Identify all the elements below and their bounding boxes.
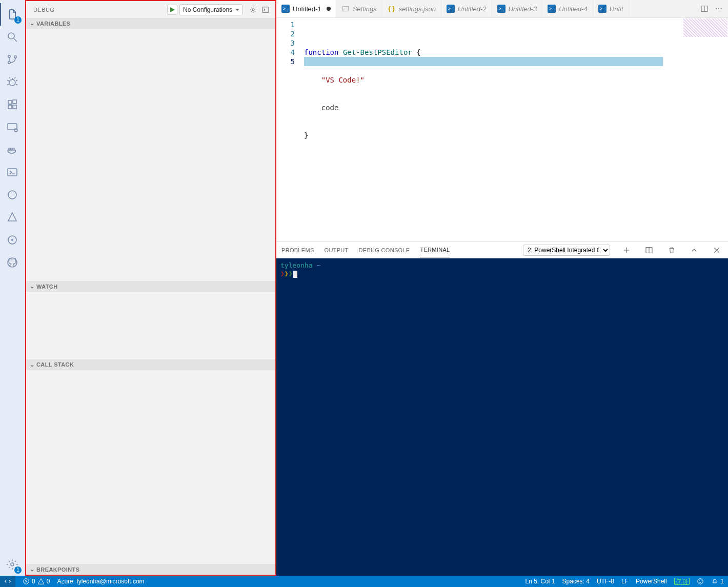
smiley-icon [697, 578, 704, 585]
activity-settings[interactable]: 1 [0, 553, 25, 576]
code-editor[interactable]: 1 2 3 4 5 function Get-BestPSEditor { "V… [276, 18, 728, 241]
powershell-file-icon: >_ [598, 5, 606, 13]
tab-untitled-5[interactable]: >_ Untit [593, 0, 629, 17]
activity-powershell[interactable] [0, 161, 25, 184]
svg-rect-12 [9, 148, 10, 150]
breakpoints-section-header[interactable]: ⌄BREAKPOINTS [26, 564, 275, 575]
ellipsis-icon [715, 5, 723, 13]
branch-icon [6, 53, 18, 66]
svg-rect-7 [8, 105, 12, 109]
dirty-dot-icon [327, 7, 331, 11]
azure-icon [6, 211, 18, 224]
panel-tab-output[interactable]: OUTPUT [325, 243, 349, 257]
new-terminal-button[interactable] [620, 244, 633, 256]
watch-section-body [26, 292, 275, 359]
editor-content[interactable]: function Get-BestPSEditor { "VS Code!" c… [304, 18, 728, 241]
status-errors[interactable]: 0 0 [23, 578, 50, 585]
svg-point-4 [14, 56, 16, 58]
activity-gitlens[interactable] [0, 229, 25, 251]
svg-point-34 [701, 580, 701, 581]
activity-remote[interactable] [0, 116, 25, 138]
close-icon [713, 246, 721, 254]
more-tabs-button[interactable] [713, 3, 725, 15]
status-ps-version[interactable]: {7.0} [674, 578, 690, 585]
svg-rect-22 [262, 7, 269, 12]
search-icon [6, 31, 18, 43]
panel-tab-terminal[interactable]: TERMINAL [420, 242, 450, 257]
tab-untitled-3[interactable]: >_ Untitled-3 [492, 0, 543, 17]
svg-point-0 [8, 33, 14, 39]
debug-title: DEBUG [33, 7, 167, 13]
debug-config-select[interactable]: No Configurations [179, 4, 242, 15]
status-bar: 0 0 Azure: tyleonha@microsoft.com Ln 5, … [0, 576, 728, 587]
status-notifications[interactable]: 1 [711, 578, 724, 585]
svg-point-3 [8, 62, 10, 64]
remote-icon [4, 578, 11, 585]
extensions-icon [6, 98, 18, 111]
panel-tab-problems[interactable]: PROBLEMS [281, 243, 314, 257]
debug-console-button[interactable] [260, 4, 271, 15]
panel-tab-debug-console[interactable]: DEBUG CONSOLE [359, 243, 410, 257]
terminal-select[interactable]: 2: PowerShell Integrated Con [523, 245, 610, 256]
json-file-icon: { } [388, 5, 396, 13]
remote-icon [6, 121, 18, 133]
activity-extensions[interactable] [0, 93, 25, 116]
callstack-section-header[interactable]: ⌄CALL STACK [26, 359, 275, 370]
activity-explorer[interactable]: 1 [0, 3, 25, 26]
callstack-section-body [26, 370, 275, 564]
svg-rect-8 [13, 105, 16, 109]
svg-point-27 [718, 8, 719, 9]
chevron-up-icon [690, 246, 698, 254]
bell-icon [711, 578, 718, 585]
svg-point-18 [11, 239, 13, 241]
svg-point-21 [252, 9, 254, 11]
activity-docker[interactable] [0, 138, 25, 161]
maximize-panel-button[interactable] [688, 244, 700, 256]
split-terminal-button[interactable] [643, 244, 655, 256]
status-ln-col[interactable]: Ln 5, Col 1 [525, 578, 555, 585]
activity-debug[interactable] [0, 71, 25, 93]
start-debug-button[interactable] [167, 5, 177, 15]
status-encoding[interactable]: UTF-8 [597, 578, 614, 585]
kill-terminal-button[interactable] [665, 244, 678, 256]
svg-point-28 [721, 8, 722, 9]
trash-icon [668, 246, 676, 254]
editor-gutter: 1 2 3 4 5 [276, 18, 304, 241]
status-language[interactable]: PowerShell [636, 578, 667, 585]
split-editor-button[interactable] [698, 3, 711, 15]
panel-tabs: PROBLEMS OUTPUT DEBUG CONSOLE TERMINAL 2… [276, 242, 728, 258]
status-azure[interactable]: Azure: tyleonha@microsoft.com [57, 578, 144, 585]
status-eol[interactable]: LF [621, 578, 629, 585]
tab-untitled-1[interactable]: >_ Untitled-1 [276, 0, 336, 17]
activity-scm[interactable] [0, 48, 25, 71]
minimap[interactable] [682, 18, 728, 241]
status-spaces[interactable]: Spaces: 4 [562, 578, 590, 585]
variables-section-header[interactable]: ⌄VARIABLES [26, 18, 275, 29]
watch-section-header[interactable]: ⌄WATCH [26, 281, 275, 292]
tab-untitled-4[interactable]: >_ Untitled-4 [542, 0, 593, 17]
tab-settings-json[interactable]: { } settings.json [382, 0, 441, 17]
warning-icon [37, 578, 45, 585]
settings-badge: 1 [14, 566, 22, 574]
status-feedback[interactable] [697, 578, 704, 585]
activity-github[interactable] [0, 251, 25, 274]
svg-point-32 [698, 579, 703, 584]
status-remote[interactable] [0, 576, 15, 587]
debug-sidebar-header: DEBUG No Configurations [26, 1, 275, 18]
debug-settings-button[interactable] [248, 4, 259, 15]
close-panel-button[interactable] [711, 244, 723, 256]
svg-rect-14 [13, 148, 14, 150]
variables-section-body [26, 29, 275, 281]
terminal[interactable]: tyleonha ~ ❯❯❯ [276, 258, 728, 576]
settings-file-icon [341, 5, 350, 13]
tab-settings[interactable]: Settings [336, 0, 382, 17]
github-icon [6, 256, 18, 269]
activity-azure[interactable] [0, 206, 25, 229]
beaker-icon [6, 189, 18, 201]
powershell-file-icon: >_ [497, 5, 505, 13]
tab-untitled-2[interactable]: >_ Untitled-2 [441, 0, 492, 17]
activity-test[interactable] [0, 184, 25, 206]
editor-column: >_ Untitled-1 Settings { } settings.json… [276, 0, 728, 576]
svg-point-2 [8, 55, 10, 57]
activity-search[interactable] [0, 26, 25, 48]
